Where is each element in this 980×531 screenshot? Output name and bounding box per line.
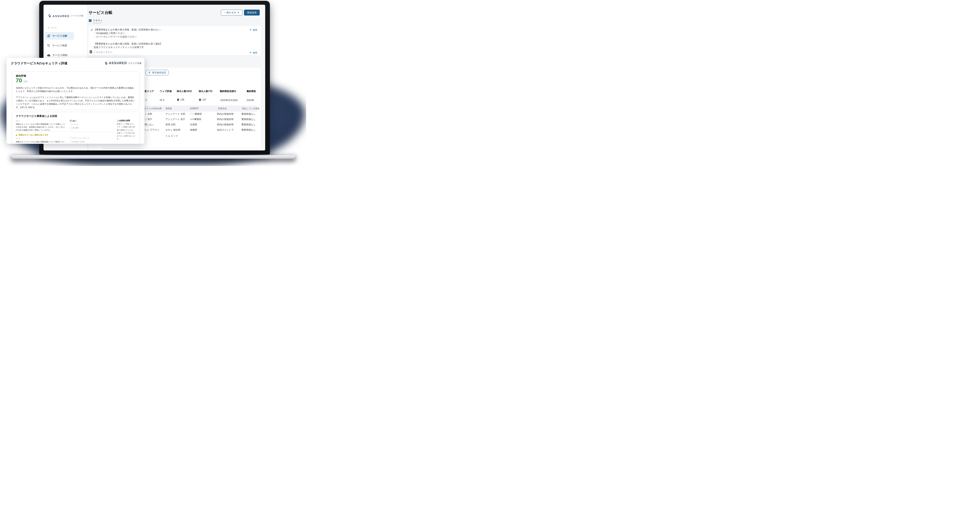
row-cell: 部内の情報管理 — [217, 112, 234, 116]
row-cell: 全社のイントラ — [217, 128, 234, 132]
cell-request-date: 2023年02月28日 — [220, 99, 238, 102]
radio-icon — [70, 127, 72, 129]
col-header-d7[interactable]: 検出人数/7日 — [199, 90, 212, 93]
checkbox-label: プライバシーマーク — [72, 137, 89, 139]
row-cell: セキュ 林太郎 — [165, 128, 180, 132]
report-title: クラウドサービスAのセキュリティ評価 — [11, 61, 67, 65]
add-new-label: 新規追加 — [247, 11, 256, 14]
col-header-request-date[interactable]: 最終調査依頼日 — [220, 90, 236, 93]
condition-case-note: 別途クラウドセキュリティチェックが必要です — [94, 46, 144, 49]
person-icon — [177, 99, 179, 101]
display-filter-label: 表示条件設定 — [152, 71, 166, 74]
row-cell: アシュアード 太郎 — [165, 112, 185, 116]
radio-option-no[interactable]: いいえ — [70, 123, 78, 126]
edit-label: 編集 — [253, 28, 258, 32]
edit-conditions-button[interactable]: 編集 — [250, 28, 258, 32]
condition-bullet: ・Google認証ご利用ください — [94, 32, 125, 35]
row-cell: 〇〇事業部 — [190, 112, 202, 116]
legend-color-chip — [89, 19, 92, 22]
cell-d30: 136 — [177, 98, 184, 101]
service-ledger-icon — [47, 34, 50, 38]
conditions-card: 【重要情報または大量の個人情報、取扱い注意情報を扱わない」 ・Google認証ご… — [89, 26, 261, 55]
condition-check-line: 【重要情報または大量の個人情報、取扱い注意情報を扱わない」 — [94, 28, 162, 31]
radio-option-private[interactable]: 非公開 — [70, 126, 78, 129]
sidebar-item-label: サービス検知 — [52, 54, 67, 57]
subcol-manager: 管理者 — [165, 107, 172, 110]
summary-box: 総合評価 70 /100 全体的にセキュリティ対策が行われているものの、下記懸念… — [12, 72, 140, 110]
radio-icon — [70, 123, 72, 125]
laptop-base — [11, 155, 295, 159]
checkbox-label: ISO/IEC 27001 — [72, 140, 85, 143]
row-cell: アシュアード 花子 — [165, 118, 185, 121]
legend-sublabel: テキスト — [93, 22, 102, 25]
question-text: 情報セキュリティまたは個人情報保護について取得している第三者認証を選択してくださ… — [16, 140, 65, 144]
memo-note-icon — [89, 50, 92, 53]
subcol-entrusted-info: 預託している情報 — [242, 107, 259, 110]
checkbox-icon — [70, 140, 72, 143]
col-header-last-date[interactable]: 最終調査 — [247, 90, 256, 93]
sidebar-item-service-ledger[interactable]: サービス台帳 — [45, 32, 74, 40]
row-cell: 部内の情報管理 — [217, 123, 234, 126]
edit-memo-button[interactable]: 編集 — [250, 51, 258, 54]
add-new-button[interactable]: 新規追加 — [244, 10, 260, 16]
cell-d7-value: 110 — [202, 98, 206, 101]
brand-suffix: クラウド評価 — [71, 14, 83, 17]
summary-paragraph-2: アプリケーションおよびプラットフォームに対して脆弱性診断やペネトレーションテスト… — [16, 96, 136, 109]
assured-logo-icon — [48, 14, 51, 18]
subcol-department: 利用部門 — [190, 107, 199, 110]
brand-suffix: クラウド評価 — [128, 62, 141, 65]
checkmark-icon — [91, 29, 93, 31]
cell-web: 81.5 — [160, 99, 164, 101]
chevron-down-icon — [250, 52, 251, 53]
sidebar-item-label: サービス台帳 — [52, 34, 67, 38]
overall-score: 70 — [16, 77, 22, 84]
row-cell-manager-extra: トム ピッド — [165, 134, 178, 137]
checkbox-icon — [70, 137, 72, 139]
cell-d30-value: 136 — [180, 98, 184, 101]
cert-option-pmark[interactable]: プライバシーマーク — [70, 137, 89, 139]
cert-option-iso27001[interactable]: ISO/IEC 27001 — [70, 140, 85, 143]
search-icon — [47, 44, 50, 47]
brand-name: ASSURED — [109, 61, 127, 65]
col-header-web[interactable]: ウェブ評価 — [160, 90, 172, 93]
row-cell: 用しない — [145, 123, 154, 126]
security-report-card: クラウドサービスAのセキュリティ評価 ASSURED クラウド評価 総合評価 7… — [6, 58, 145, 144]
row-cell: ソ 花子 — [145, 118, 152, 121]
subcol-answers: ケートの回答結果 — [145, 107, 162, 110]
condition-case-line: 【重要情報または大量の個人情報、取扱い注意情報を扱う場合】 — [94, 42, 162, 46]
answers-heading: クラウドサービス事業者による回答 — [16, 114, 57, 118]
cell-last-date: 2023年 — [247, 99, 254, 102]
display-filter-button[interactable]: 表示条件設定 — [146, 70, 169, 75]
sidebar-item-service-search[interactable]: サービス検索 — [45, 42, 74, 49]
question-id: PU-1 — [16, 120, 20, 122]
warning-triangle-icon — [16, 134, 18, 136]
radio-label: 非公開 — [73, 127, 78, 129]
row-cell: 管理 太郎 — [165, 123, 175, 126]
memo-placeholder: メモはありません — [93, 50, 113, 54]
question-background-heading: この設問の背景 — [117, 120, 130, 122]
radio-option-yes[interactable]: はい — [70, 120, 76, 122]
edit-label: 編集 — [253, 51, 258, 54]
subcol-purpose: 利用目的 — [218, 107, 227, 110]
radio-label: いいえ — [73, 123, 79, 125]
question-id: CT-1 — [16, 137, 20, 139]
brand-name: ASSURED — [52, 14, 70, 18]
row-cell: 重要情報なし — [242, 128, 256, 132]
sidebar-item-label: サービス検索 — [52, 44, 67, 47]
warning-banner: 対策されていない項目があります — [16, 134, 49, 136]
question-text: 情報セキュリティおよび個人情報保護について企業としての方針を定め、経営陣の承認を… — [16, 123, 65, 132]
col-header-d30[interactable]: 検出人数/30日 — [177, 90, 192, 93]
row-cell: 総務部 — [190, 128, 197, 132]
divider — [145, 95, 259, 95]
export-list-label: 一覧を出力 — [224, 11, 236, 14]
filter-icon — [148, 72, 151, 74]
cell-score: .2 — [145, 99, 147, 101]
radio-selected-icon — [70, 120, 72, 122]
cloud-alert-icon — [47, 54, 51, 57]
chevron-down-icon — [237, 12, 239, 13]
col-header-score[interactable]: 査スコア — [145, 90, 154, 93]
condition-bullet: ・スペースにパスワードを設定ください — [94, 35, 137, 38]
export-list-button[interactable]: 一覧を出力 — [221, 10, 242, 16]
chevron-down-icon — [250, 29, 251, 30]
row-cell: 重要情報なし — [242, 123, 256, 126]
